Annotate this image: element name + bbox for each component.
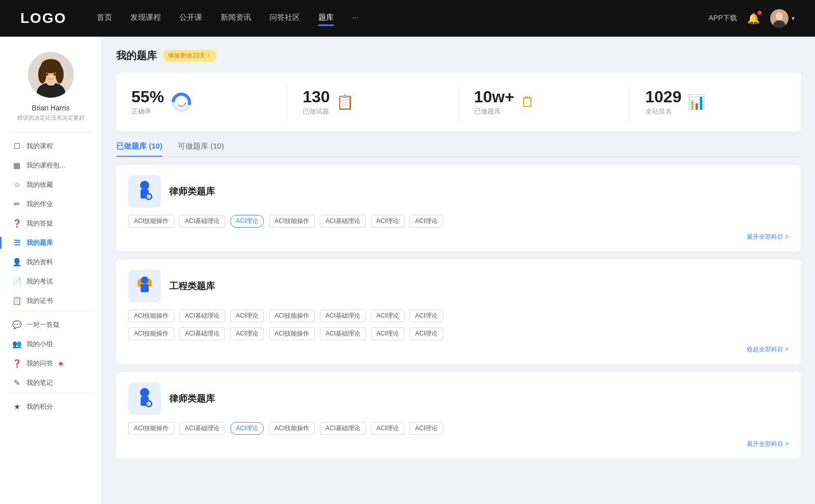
divider: [10, 132, 91, 132]
nav-link-home[interactable]: 首页: [97, 11, 112, 26]
tag[interactable]: ACI理论: [410, 310, 443, 322]
tag[interactable]: ACI技能操作: [128, 310, 174, 322]
tag[interactable]: ACI基础理论: [179, 310, 225, 322]
stat-done-questions-text: 130 已做试题: [303, 88, 330, 116]
expand-link-lawyer-1[interactable]: 展开全部科目 >: [747, 233, 789, 240]
stat-done-banks-value: 10w+: [474, 88, 514, 106]
svg-text:✓: ✓: [147, 195, 150, 199]
nav-links: 首页 发现课程 公开课 新闻资讯 问答社区 题库 ···: [97, 11, 709, 26]
tag[interactable]: ACI技能操作: [128, 215, 174, 228]
tag[interactable]: ACI技能操作: [128, 327, 174, 340]
qbank-icon-lawyer-2: ✓: [128, 382, 161, 415]
list-icon: 🗒: [521, 94, 535, 110]
sidebar-item-groups[interactable]: 👥 我的小组: [0, 334, 101, 354]
qbank-icon-lawyer-1: ✓: [128, 175, 161, 208]
tag[interactable]: ACI基础理论: [179, 327, 225, 340]
sidebar-item-questions[interactable]: ❓ 我的问答: [0, 354, 101, 373]
expand-link-lawyer-2[interactable]: 展开全部科目 >: [747, 440, 789, 447]
donut-chart: [170, 91, 193, 114]
sidebar-item-label: 我的问答: [26, 359, 53, 368]
qbank-header-engineer: 工程类题库: [128, 270, 789, 302]
nav-link-opencourse[interactable]: 公开课: [179, 11, 202, 26]
tag[interactable]: ACI理论: [410, 215, 443, 228]
app-download-button[interactable]: APP下载: [709, 14, 737, 23]
profile-icon: 👤: [12, 258, 21, 267]
tag[interactable]: ACI基础理论: [320, 215, 366, 228]
tag[interactable]: ACI理论: [410, 327, 443, 340]
notes-icon: ✎: [12, 378, 21, 387]
qbank-footer-lawyer-1: 展开全部科目 >: [128, 232, 789, 241]
tag[interactable]: ACI理论: [371, 215, 404, 228]
tag[interactable]: ACI基础理论: [320, 327, 366, 340]
tag[interactable]: ACI技能操作: [269, 310, 315, 322]
qbank-card-lawyer-2: ✓ 律师类题库 ACI技能操作 ACI基础理论 ACI理论 ACI技能操作 AC…: [116, 372, 801, 459]
tag[interactable]: ACI理论: [410, 422, 443, 435]
sidebar-item-homework[interactable]: ✏ 我的作业: [0, 194, 101, 214]
stat-done-questions-label: 已做试题: [303, 107, 330, 116]
sidebar-item-course-package[interactable]: ▦ 我的课程包...: [0, 156, 101, 175]
nav-link-qa[interactable]: 问答社区: [269, 11, 300, 26]
qbank-tags-lawyer-2: ACI技能操作 ACI基础理论 ACI理论 ACI技能操作 ACI基础理论 AC…: [128, 422, 789, 435]
collapse-link-engineer[interactable]: 收起全部科目 >: [747, 346, 789, 353]
user-avatar-menu[interactable]: ▾: [770, 9, 795, 27]
qbank-footer-lawyer-2: 展开全部科目 >: [128, 439, 789, 449]
sidebar-motto: 错误的决定比没有决定要好: [12, 114, 90, 122]
qbank-icon: ☰: [12, 238, 21, 247]
svg-text:✓: ✓: [147, 402, 150, 406]
tag-active[interactable]: ACI理论: [230, 422, 264, 435]
tutoring-icon: 💬: [12, 320, 21, 329]
stat-done-banks-label: 已做题库: [474, 107, 514, 116]
tag[interactable]: ACI理论: [230, 327, 264, 340]
stat-rank-text: 1029 全站排名: [645, 88, 682, 116]
tag[interactable]: ACI基础理论: [179, 422, 225, 435]
badge-dot: [59, 362, 63, 366]
stat-rank: 1029 全站排名 📊: [630, 83, 801, 121]
nav-link-discover[interactable]: 发现课程: [130, 11, 161, 26]
stat-done-questions: 130 已做试题 📋: [287, 83, 458, 121]
tab-available-banks[interactable]: 可做题库 (10): [178, 142, 224, 156]
tag[interactable]: ACI技能操作: [269, 327, 315, 340]
sidebar-item-tutoring[interactable]: 💬 一对一答疑: [0, 315, 101, 334]
notification-bell[interactable]: 🔔: [747, 12, 760, 24]
sidebar-item-label: 我的作业: [26, 200, 53, 209]
stat-accuracy-value: 55%: [131, 88, 164, 106]
qbank-title-lawyer-1: 律师类题库: [169, 185, 215, 198]
sidebar-item-exam[interactable]: 📄 我的考试: [0, 272, 101, 291]
sidebar-item-points[interactable]: ★ 我的积分: [0, 397, 101, 416]
svg-point-15: [140, 181, 149, 190]
sidebar-item-qa-answers[interactable]: ❓ 我的答疑: [0, 214, 101, 233]
tag[interactable]: ACI理论: [371, 327, 404, 340]
sidebar-item-label: 我的考试: [26, 277, 53, 286]
page-header: 我的题库 体验剩余23天！: [116, 49, 801, 63]
nav-link-questionbank[interactable]: 题库: [318, 11, 334, 26]
sidebar-item-label: 我的积分: [26, 402, 53, 411]
tag[interactable]: ACI理论: [371, 310, 404, 322]
sidebar-item-question-bank[interactable]: ☰ 我的题库: [0, 233, 101, 253]
trial-badge: 体验剩余23天！: [163, 50, 216, 62]
tag[interactable]: ACI基础理论: [320, 310, 366, 322]
qbank-tags-engineer-row2: ACI技能操作 ACI基础理论 ACI理论 ACI技能操作 ACI基础理论 AC…: [128, 327, 789, 340]
sidebar-item-label: 我的课程: [26, 142, 53, 151]
tag-active[interactable]: ACI理论: [230, 215, 264, 228]
qbank-tags-engineer-row1: ACI技能操作 ACI基础理论 ACI理论 ACI技能操作 ACI基础理论 AC…: [128, 310, 789, 322]
nav-logo: LOGO: [20, 10, 66, 26]
sidebar-item-my-courses[interactable]: ☐ 我的课程: [0, 136, 101, 156]
nav-link-news[interactable]: 新闻资讯: [221, 11, 251, 26]
certificate-icon: 📋: [12, 296, 21, 305]
svg-point-1: [776, 12, 783, 20]
tag[interactable]: ACI技能操作: [128, 422, 174, 435]
sidebar-item-label: 我的小组: [26, 340, 53, 349]
course-package-icon: ▦: [12, 161, 21, 170]
tag[interactable]: ACI技能操作: [269, 215, 315, 228]
sidebar-item-favorites[interactable]: ☆ 我的收藏: [0, 175, 101, 194]
sidebar-item-certificate[interactable]: 📋 我的证书: [0, 291, 101, 311]
tag[interactable]: ACI技能操作: [269, 422, 315, 435]
tag[interactable]: ACI基础理论: [179, 215, 225, 228]
tag[interactable]: ACI基础理论: [320, 422, 366, 435]
tab-done-banks[interactable]: 已做题库 (10): [116, 142, 162, 156]
sidebar-item-profile[interactable]: 👤 我的资料: [0, 253, 101, 272]
tag[interactable]: ACI理论: [371, 422, 404, 435]
sidebar-item-notes[interactable]: ✎ 我的笔记: [0, 373, 101, 393]
tag[interactable]: ACI理论: [230, 310, 264, 322]
nav-link-more[interactable]: ···: [352, 11, 359, 26]
